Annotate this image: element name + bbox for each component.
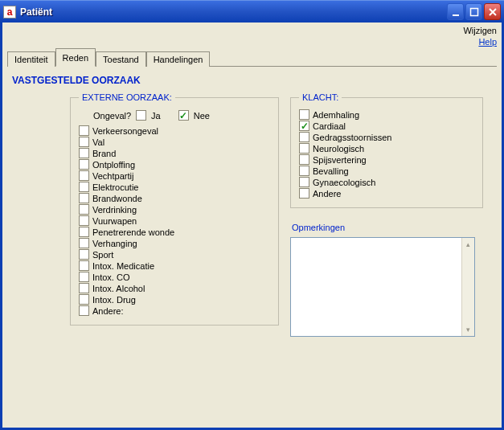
external-cause-legend: EXTERNE OORZAAK: xyxy=(79,92,175,102)
external-cause-item-row: Ontploffing xyxy=(79,159,270,170)
complaint-item-checkbox[interactable] xyxy=(299,143,309,154)
window-title: Patiënt xyxy=(20,6,445,18)
complaint-item-label: Neurologisch xyxy=(313,144,364,154)
external-cause-item-label: Verkeersongeval xyxy=(92,126,158,136)
external-cause-item-row: Brandwonde xyxy=(79,193,270,203)
scroll-down-icon[interactable]: ▾ xyxy=(462,323,474,336)
tab-handelingen[interactable]: Handelingen xyxy=(146,51,211,67)
external-cause-item-row: Sport xyxy=(79,249,270,260)
complaint-item-row: Cardiaal xyxy=(299,121,474,131)
complaint-item-row: Andere xyxy=(299,188,474,199)
remarks-scrollbar[interactable]: ▴ ▾ xyxy=(461,238,474,336)
close-button[interactable] xyxy=(484,3,501,20)
external-cause-item-row: Intox. Drug xyxy=(79,294,270,305)
titlebar: a Patiënt xyxy=(0,0,504,23)
complaint-item-checkbox[interactable] xyxy=(299,109,309,120)
external-cause-item-checkbox[interactable] xyxy=(79,249,89,260)
complaint-item-checkbox[interactable] xyxy=(299,177,309,187)
top-links: Wijzigen Help xyxy=(7,25,497,47)
complaint-item-row: Neurologisch xyxy=(299,143,474,154)
tab-reden[interactable]: Reden xyxy=(55,48,96,67)
content-row: EXTERNE OORZAAK: Ongeval? Ja Nee Verkeer… xyxy=(7,92,497,337)
complaint-item-label: Bevalling xyxy=(313,166,349,176)
external-cause-item-label: Elektrocutie xyxy=(92,182,138,192)
complaint-item-label: Cardiaal xyxy=(313,121,346,131)
external-cause-item-checkbox[interactable] xyxy=(79,193,89,203)
external-cause-item-label: Ontploffing xyxy=(92,160,135,170)
complaint-item-label: Spijsvertering xyxy=(313,155,367,165)
external-cause-item-label: Vechtpartij xyxy=(92,171,133,181)
external-cause-item-checkbox[interactable] xyxy=(79,283,89,293)
external-cause-item-checkbox[interactable] xyxy=(79,260,89,271)
external-cause-item-checkbox[interactable] xyxy=(79,125,89,136)
external-cause-item-row: Penetrerende wonde xyxy=(79,227,270,237)
external-cause-group: EXTERNE OORZAAK: Ongeval? Ja Nee Verkeer… xyxy=(70,92,279,326)
external-cause-item-label: Val xyxy=(92,137,104,147)
external-cause-item-label: Brandwonde xyxy=(92,194,142,203)
external-cause-item-label: Intox. Medicatie xyxy=(92,261,154,271)
tab-strip: IdentiteitRedenToestandHandelingen xyxy=(7,47,497,67)
external-cause-item-row: Brand xyxy=(79,148,270,158)
external-cause-item-checkbox[interactable] xyxy=(79,272,89,282)
external-cause-item-label: Verhanging xyxy=(92,239,137,248)
app-icon: a xyxy=(3,6,16,18)
complaint-item-row: Bevalling xyxy=(299,166,474,176)
complaint-item-label: Gynaecologisch xyxy=(313,178,375,187)
external-cause-item-label: Intox. Drug xyxy=(92,295,136,305)
external-cause-item-row: Vechtpartij xyxy=(79,170,270,181)
external-cause-column: EXTERNE OORZAAK: Ongeval? Ja Nee Verkeer… xyxy=(70,92,279,337)
accident-label: Ongeval? xyxy=(93,111,131,121)
accident-no-checkbox[interactable] xyxy=(178,110,189,121)
maximize-button[interactable] xyxy=(465,3,482,20)
tab-toestand[interactable]: Toestand xyxy=(96,51,146,67)
accident-no-label: Nee xyxy=(194,111,210,121)
external-cause-item-label: Sport xyxy=(92,250,113,260)
complaint-column: KLACHT: AdemhalingCardiaalGedragsstoorni… xyxy=(290,92,483,337)
complaint-item-row: Gedragsstoornissen xyxy=(299,132,474,142)
external-cause-item-checkbox[interactable] xyxy=(79,170,89,181)
external-cause-item-label: Penetrerende wonde xyxy=(92,227,174,237)
external-cause-item-row: Val xyxy=(79,137,270,147)
complaint-item-row: Spijsvertering xyxy=(299,154,474,165)
external-cause-item-row: Verkeersongeval xyxy=(79,125,270,136)
external-cause-item-row: Verhanging xyxy=(79,238,270,248)
remarks-label: Opmerkingen xyxy=(292,223,483,232)
external-cause-item-label: Andere: xyxy=(92,306,124,316)
complaint-item-checkbox[interactable] xyxy=(299,121,309,131)
external-cause-item-checkbox[interactable] xyxy=(79,294,89,305)
remarks-textarea[interactable]: ▴ ▾ xyxy=(290,237,475,337)
tab-identiteit[interactable]: Identiteit xyxy=(7,51,55,67)
minimize-button[interactable] xyxy=(447,3,464,20)
external-cause-item-label: Vuurwapen xyxy=(92,216,137,226)
accident-row: Ongeval? Ja Nee xyxy=(93,110,270,121)
scroll-up-icon[interactable]: ▴ xyxy=(462,238,474,251)
complaint-items: AdemhalingCardiaalGedragsstoornissenNeur… xyxy=(299,109,474,199)
window-body: Wijzigen Help IdentiteitRedenToestandHan… xyxy=(0,23,504,430)
external-cause-item-checkbox[interactable] xyxy=(79,215,89,226)
external-cause-item-label: Verdrinking xyxy=(92,205,137,215)
svg-rect-0 xyxy=(453,14,459,16)
external-cause-item-row: Verdrinking xyxy=(79,204,270,215)
complaint-group: KLACHT: AdemhalingCardiaalGedragsstoorni… xyxy=(290,92,483,208)
external-cause-item-checkbox[interactable] xyxy=(79,238,89,248)
external-cause-item-checkbox[interactable] xyxy=(79,182,89,192)
external-cause-item-checkbox[interactable] xyxy=(79,305,89,316)
wijzigen-label: Wijzigen xyxy=(7,25,497,36)
help-link[interactable]: Help xyxy=(7,36,497,47)
external-cause-item-label: Intox. CO xyxy=(92,272,129,282)
external-cause-item-checkbox[interactable] xyxy=(79,137,89,147)
page-heading: VASTGESTELDE OORZAAK xyxy=(12,75,497,86)
external-cause-item-checkbox[interactable] xyxy=(79,204,89,215)
complaint-item-row: Gynaecologisch xyxy=(299,177,474,187)
complaint-item-checkbox[interactable] xyxy=(299,188,309,199)
external-cause-items: VerkeersongevalValBrandOntploffingVechtp… xyxy=(79,125,270,316)
external-cause-item-checkbox[interactable] xyxy=(79,159,89,170)
complaint-item-checkbox[interactable] xyxy=(299,154,309,165)
external-cause-item-checkbox[interactable] xyxy=(79,148,89,158)
external-cause-item-row: Intox. Medicatie xyxy=(79,260,270,271)
complaint-item-row: Ademhaling xyxy=(299,109,474,120)
accident-yes-checkbox[interactable] xyxy=(136,110,146,121)
external-cause-item-checkbox[interactable] xyxy=(79,227,89,237)
complaint-item-checkbox[interactable] xyxy=(299,132,309,142)
complaint-item-checkbox[interactable] xyxy=(299,166,309,176)
